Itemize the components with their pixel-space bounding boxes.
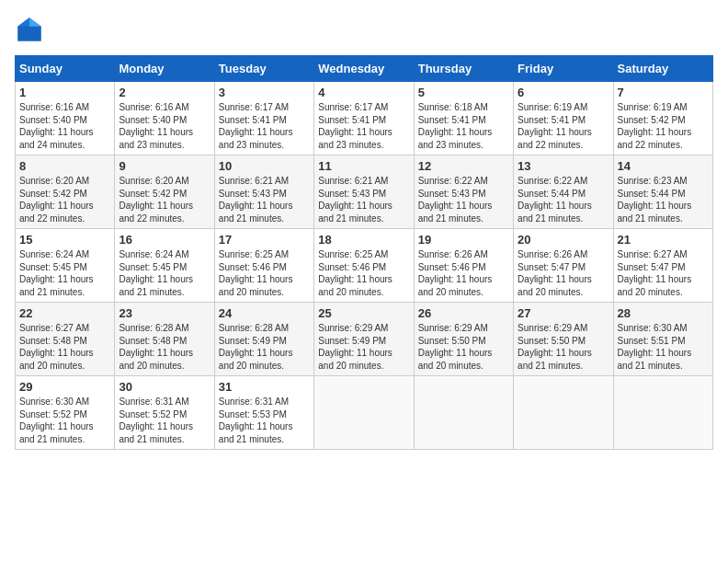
day-number: 8 <box>19 159 110 173</box>
calendar-cell: 2Sunrise: 6:16 AM Sunset: 5:40 PM Daylig… <box>115 82 214 155</box>
logo <box>15 15 48 44</box>
day-number: 21 <box>618 233 709 247</box>
day-number: 30 <box>119 380 210 394</box>
cell-info: Sunrise: 6:27 AM Sunset: 5:48 PM Dayligh… <box>19 322 110 372</box>
day-number: 7 <box>618 86 709 99</box>
cell-info: Sunrise: 6:31 AM Sunset: 5:52 PM Dayligh… <box>119 396 210 445</box>
calendar-cell: 20Sunrise: 6:26 AM Sunset: 5:47 PM Dayli… <box>514 229 613 303</box>
column-header-saturday: Saturday <box>613 56 712 82</box>
cell-info: Sunrise: 6:25 AM Sunset: 5:46 PM Dayligh… <box>219 248 310 298</box>
day-number: 2 <box>119 86 210 99</box>
day-number: 1 <box>19 86 110 99</box>
cell-info: Sunrise: 6:26 AM Sunset: 5:46 PM Dayligh… <box>418 248 509 298</box>
cell-info: Sunrise: 6:24 AM Sunset: 5:45 PM Dayligh… <box>119 248 210 298</box>
cell-info: Sunrise: 6:23 AM Sunset: 5:44 PM Dayligh… <box>618 175 709 224</box>
day-number: 18 <box>318 233 409 247</box>
cell-info: Sunrise: 6:27 AM Sunset: 5:47 PM Dayligh… <box>618 248 709 298</box>
day-number: 16 <box>119 233 210 247</box>
calendar-cell: 21Sunrise: 6:27 AM Sunset: 5:47 PM Dayli… <box>613 229 712 303</box>
page-header <box>15 15 713 44</box>
day-number: 19 <box>418 233 509 247</box>
day-number: 17 <box>219 233 310 247</box>
cell-info: Sunrise: 6:19 AM Sunset: 5:42 PM Dayligh… <box>618 101 709 151</box>
day-number: 4 <box>318 86 409 99</box>
calendar-cell: 14Sunrise: 6:23 AM Sunset: 5:44 PM Dayli… <box>613 155 712 229</box>
day-number: 29 <box>19 380 110 394</box>
calendar-cell: 12Sunrise: 6:22 AM Sunset: 5:43 PM Dayli… <box>414 155 513 229</box>
calendar-cell: 31Sunrise: 6:31 AM Sunset: 5:53 PM Dayli… <box>214 376 313 450</box>
calendar-cell: 3Sunrise: 6:17 AM Sunset: 5:41 PM Daylig… <box>214 82 313 155</box>
day-number: 15 <box>19 233 110 247</box>
calendar-cell <box>414 376 513 450</box>
column-header-thursday: Thursday <box>414 56 513 82</box>
calendar-cell <box>314 376 414 450</box>
day-number: 22 <box>19 306 110 320</box>
cell-info: Sunrise: 6:29 AM Sunset: 5:50 PM Dayligh… <box>518 322 609 372</box>
column-header-monday: Monday <box>115 56 214 82</box>
day-number: 23 <box>119 306 210 320</box>
column-header-friday: Friday <box>514 56 613 82</box>
calendar-cell: 19Sunrise: 6:26 AM Sunset: 5:46 PM Dayli… <box>414 229 513 303</box>
calendar-table: SundayMondayTuesdayWednesdayThursdayFrid… <box>15 55 713 450</box>
calendar-cell: 16Sunrise: 6:24 AM Sunset: 5:45 PM Dayli… <box>115 229 214 303</box>
cell-info: Sunrise: 6:30 AM Sunset: 5:51 PM Dayligh… <box>618 322 709 372</box>
calendar-cell: 22Sunrise: 6:27 AM Sunset: 5:48 PM Dayli… <box>16 303 115 376</box>
calendar-cell: 27Sunrise: 6:29 AM Sunset: 5:50 PM Dayli… <box>514 303 613 376</box>
column-header-wednesday: Wednesday <box>314 56 414 82</box>
day-number: 24 <box>219 306 310 320</box>
day-number: 31 <box>219 380 310 394</box>
day-number: 10 <box>219 159 310 173</box>
calendar-cell: 30Sunrise: 6:31 AM Sunset: 5:52 PM Dayli… <box>115 376 214 450</box>
svg-marker-2 <box>17 17 29 27</box>
cell-info: Sunrise: 6:30 AM Sunset: 5:52 PM Dayligh… <box>19 396 110 445</box>
cell-info: Sunrise: 6:21 AM Sunset: 5:43 PM Dayligh… <box>318 175 409 224</box>
cell-info: Sunrise: 6:28 AM Sunset: 5:49 PM Dayligh… <box>219 322 310 372</box>
svg-marker-1 <box>29 17 41 27</box>
day-number: 3 <box>219 86 310 99</box>
cell-info: Sunrise: 6:31 AM Sunset: 5:53 PM Dayligh… <box>219 396 310 445</box>
calendar-cell: 29Sunrise: 6:30 AM Sunset: 5:52 PM Dayli… <box>16 376 115 450</box>
day-number: 25 <box>318 306 409 320</box>
cell-info: Sunrise: 6:25 AM Sunset: 5:46 PM Dayligh… <box>318 248 409 298</box>
calendar-cell: 5Sunrise: 6:18 AM Sunset: 5:41 PM Daylig… <box>414 82 513 155</box>
cell-info: Sunrise: 6:17 AM Sunset: 5:41 PM Dayligh… <box>318 101 409 151</box>
calendar-cell: 15Sunrise: 6:24 AM Sunset: 5:45 PM Dayli… <box>16 229 115 303</box>
day-number: 13 <box>518 159 609 173</box>
calendar-cell: 23Sunrise: 6:28 AM Sunset: 5:48 PM Dayli… <box>115 303 214 376</box>
day-number: 14 <box>618 159 709 173</box>
calendar-cell <box>514 376 613 450</box>
cell-info: Sunrise: 6:22 AM Sunset: 5:43 PM Dayligh… <box>418 175 509 224</box>
calendar-cell: 26Sunrise: 6:29 AM Sunset: 5:50 PM Dayli… <box>414 303 513 376</box>
cell-info: Sunrise: 6:17 AM Sunset: 5:41 PM Dayligh… <box>219 101 310 151</box>
cell-info: Sunrise: 6:24 AM Sunset: 5:45 PM Dayligh… <box>19 248 110 298</box>
day-number: 28 <box>618 306 709 320</box>
day-number: 26 <box>418 306 509 320</box>
cell-info: Sunrise: 6:26 AM Sunset: 5:47 PM Dayligh… <box>518 248 609 298</box>
cell-info: Sunrise: 6:29 AM Sunset: 5:50 PM Dayligh… <box>418 322 509 372</box>
logo-icon <box>15 15 44 44</box>
day-number: 9 <box>119 159 210 173</box>
calendar-cell <box>613 376 712 450</box>
cell-info: Sunrise: 6:29 AM Sunset: 5:49 PM Dayligh… <box>318 322 409 372</box>
calendar-cell: 13Sunrise: 6:22 AM Sunset: 5:44 PM Dayli… <box>514 155 613 229</box>
column-header-tuesday: Tuesday <box>214 56 313 82</box>
calendar-cell: 9Sunrise: 6:20 AM Sunset: 5:42 PM Daylig… <box>115 155 214 229</box>
cell-info: Sunrise: 6:19 AM Sunset: 5:41 PM Dayligh… <box>518 101 609 151</box>
cell-info: Sunrise: 6:20 AM Sunset: 5:42 PM Dayligh… <box>119 175 210 224</box>
calendar-cell: 6Sunrise: 6:19 AM Sunset: 5:41 PM Daylig… <box>514 82 613 155</box>
day-number: 11 <box>318 159 409 173</box>
calendar-cell: 4Sunrise: 6:17 AM Sunset: 5:41 PM Daylig… <box>314 82 414 155</box>
calendar-cell: 10Sunrise: 6:21 AM Sunset: 5:43 PM Dayli… <box>214 155 313 229</box>
day-number: 6 <box>518 86 609 99</box>
cell-info: Sunrise: 6:21 AM Sunset: 5:43 PM Dayligh… <box>219 175 310 224</box>
calendar-cell: 7Sunrise: 6:19 AM Sunset: 5:42 PM Daylig… <box>613 82 712 155</box>
calendar-cell: 8Sunrise: 6:20 AM Sunset: 5:42 PM Daylig… <box>16 155 115 229</box>
calendar-cell: 1Sunrise: 6:16 AM Sunset: 5:40 PM Daylig… <box>16 82 115 155</box>
cell-info: Sunrise: 6:22 AM Sunset: 5:44 PM Dayligh… <box>518 175 609 224</box>
cell-info: Sunrise: 6:16 AM Sunset: 5:40 PM Dayligh… <box>119 101 210 151</box>
calendar-cell: 18Sunrise: 6:25 AM Sunset: 5:46 PM Dayli… <box>314 229 414 303</box>
day-number: 20 <box>518 233 609 247</box>
calendar-cell: 25Sunrise: 6:29 AM Sunset: 5:49 PM Dayli… <box>314 303 414 376</box>
calendar-cell: 24Sunrise: 6:28 AM Sunset: 5:49 PM Dayli… <box>214 303 313 376</box>
calendar-cell: 11Sunrise: 6:21 AM Sunset: 5:43 PM Dayli… <box>314 155 414 229</box>
